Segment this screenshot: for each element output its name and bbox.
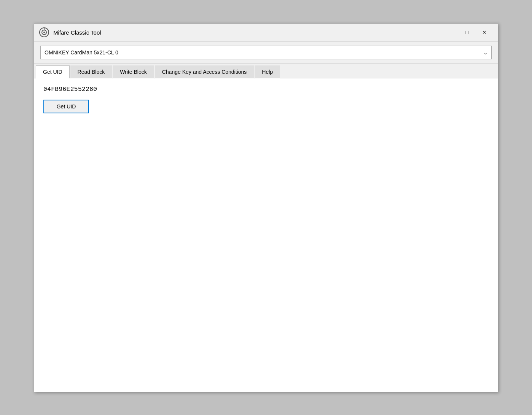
uid-value: 04FB96E2552280 [43, 86, 489, 93]
window-title: Mifare Classic Tool [53, 29, 441, 36]
minimize-button[interactable]: — [441, 26, 458, 38]
close-button[interactable]: ✕ [476, 26, 493, 38]
tab-read-block[interactable]: Read Block [70, 65, 112, 78]
svg-point-2 [43, 32, 45, 33]
window-controls: — □ ✕ [441, 26, 493, 38]
content-area: 04FB96E2552280 Get UID [34, 78, 498, 392]
maximize-button[interactable]: □ [458, 26, 476, 38]
tab-write-block[interactable]: Write Block [113, 65, 154, 78]
tab-change-key[interactable]: Change Key and Access Conditions [155, 65, 254, 78]
tabs-bar: Get UID Read Block Write Block Change Ke… [34, 64, 498, 78]
device-select[interactable]: OMNIKEY CardMan 5x21-CL 0 [40, 46, 492, 59]
app-icon [39, 27, 49, 38]
title-bar: Mifare Classic Tool — □ ✕ [34, 24, 498, 42]
tab-get-uid[interactable]: Get UID [36, 65, 70, 78]
device-select-wrapper: OMNIKEY CardMan 5x21-CL 0 ⌄ [40, 46, 492, 59]
main-window: Mifare Classic Tool — □ ✕ OMNIKEY CardMa… [34, 23, 498, 392]
toolbar: OMNIKEY CardMan 5x21-CL 0 ⌄ [34, 42, 498, 64]
get-uid-button[interactable]: Get UID [43, 100, 89, 113]
tab-help[interactable]: Help [255, 65, 280, 78]
